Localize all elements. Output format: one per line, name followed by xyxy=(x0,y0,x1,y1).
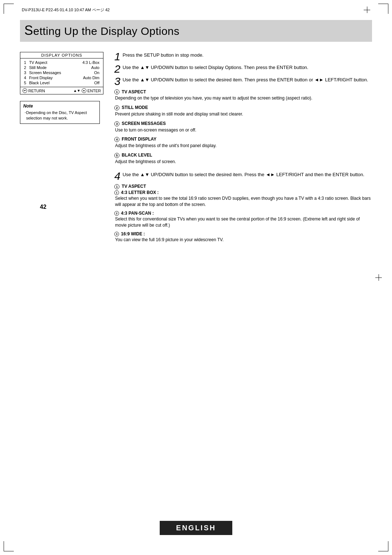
step4-tv-aspect-num-icon: 1 xyxy=(114,184,119,189)
section-num-icon: 4 xyxy=(114,137,119,142)
step-2-text: Use the ▲▼ UP/DOWN button to select Disp… xyxy=(123,64,372,71)
display-options-row: 1 TV Aspect 4:3 L-Box xyxy=(23,60,101,65)
step3-section-item: 5 BLACK LEVEL Adjust the brightness of s… xyxy=(114,153,372,165)
section-title-text: SCREEN MESSAGES xyxy=(122,121,166,126)
section-body-5: Adjust the brightness of screen. xyxy=(114,159,372,165)
sub-item-body-2: Select this for conventional size TVs wh… xyxy=(114,216,372,228)
option-value: On xyxy=(74,70,101,75)
sub-item-title-3: 3 16:9 WIDE : xyxy=(114,231,372,236)
step-1-paragraph: Press the SETUP button in stop mode. xyxy=(123,52,372,58)
step4-tv-aspect-label: TV ASPECT xyxy=(122,184,146,189)
enter-circle-icon: ● xyxy=(82,88,86,93)
return-circle-icon: ↩ xyxy=(23,88,27,93)
sub-item: 3 16:9 WIDE : You can view the full 16:9… xyxy=(114,231,372,243)
step-4: 4 Use the ▲▼ UP/DOWN button to select th… xyxy=(114,171,372,178)
option-value: 4:3 L-Box xyxy=(74,60,101,65)
option-label: Front Display xyxy=(28,75,74,80)
option-num: 2 xyxy=(23,65,28,70)
display-options-row: 2 Still Mode Auto xyxy=(23,65,101,70)
content-columns: DISPLAY OPTIONS 1 TV Aspect 4:3 L-Box2 S… xyxy=(20,52,372,247)
display-options-row: 4 Front Display Auto Dim xyxy=(23,75,101,80)
note-title: Note xyxy=(23,104,97,109)
section-body-4: Adjust the brightness of the unit's fron… xyxy=(114,143,372,149)
section-num-icon: 1 xyxy=(114,89,119,94)
section-title-5: 5 BLACK LEVEL xyxy=(114,153,372,158)
step-2-paragraph: Use the ▲▼ UP/DOWN button to select Disp… xyxy=(123,64,372,71)
page-header: DV-P313U-E P22-45 01.4.10 10:47 AM ページ 4… xyxy=(22,7,370,13)
section-title-4: 4 FRONT DISPLAY xyxy=(114,137,372,142)
option-value: Auto Dim xyxy=(74,75,101,80)
step4-tv-aspect-title: 1 TV ASPECT xyxy=(114,184,372,189)
footer-enter-label: ENTER xyxy=(87,89,101,93)
right-column: 1 Press the SETUP button in stop mode. 2… xyxy=(114,52,372,247)
corner-bracket-bl xyxy=(4,541,14,551)
step-3-text: Use the ▲▼ UP/DOWN button to select the … xyxy=(123,77,372,83)
section-title-text: STILL MODE xyxy=(122,105,148,110)
display-options-title: DISPLAY OPTIONS xyxy=(20,52,103,58)
sub-item-title-text: 16:9 WIDE : xyxy=(121,231,145,236)
updown-icon: ▲▼ xyxy=(73,89,81,93)
sub-item-num-icon: 1 xyxy=(114,190,119,195)
step3-section-item: 1 TV ASPECT Depending on the type of tel… xyxy=(114,89,372,102)
section-body-3: Use to turn on-screen messages on or off… xyxy=(114,127,372,133)
corner-bracket-br xyxy=(378,541,388,551)
option-num: 5 xyxy=(23,80,28,85)
option-label: Black Level xyxy=(28,80,74,85)
option-num: 1 xyxy=(23,60,28,65)
sub-item-body-3: You can view the full 16:9 picture in yo… xyxy=(114,237,372,243)
note-body: Depending on the Disc, TV Aspect selecti… xyxy=(23,110,97,121)
header-crosshair-icon xyxy=(364,7,370,13)
section-title-3: 3 SCREEN MESSAGES xyxy=(114,121,372,126)
footer-enter: ▲▼ ● ENTER xyxy=(73,88,101,93)
step-4-paragraph: Use the ▲▼ UP/DOWN button to select the … xyxy=(123,171,372,178)
sub-item: 2 4:3 PAN-SCAN : Select this for convent… xyxy=(114,211,372,228)
sub-item-body-1: Select when you want to see the total 16… xyxy=(114,195,372,208)
step-3-num: 3 xyxy=(114,76,121,87)
sub-item-title-text: 4:3 LETTER BOX : xyxy=(121,190,159,195)
left-column: DISPLAY OPTIONS 1 TV Aspect 4:3 L-Box2 S… xyxy=(20,52,103,124)
page-number: 42 xyxy=(40,204,46,210)
step-2: 2 Use the ▲▼ UP/DOWN button to select Di… xyxy=(114,64,372,71)
step4-tv-aspect: 1 TV ASPECT 1 4:3 LETTER BOX : Select wh… xyxy=(114,184,372,243)
step3-section-item: 4 FRONT DISPLAY Adjust the brightness of… xyxy=(114,137,372,149)
title-capital-s: S xyxy=(24,23,33,38)
right-crosshair-icon xyxy=(375,274,382,281)
header-text: DV-P313U-E P22-45 01.4.10 10:47 AM ページ 4… xyxy=(22,7,110,13)
step-2-num: 2 xyxy=(114,64,121,74)
sub-item-title-2: 2 4:3 PAN-SCAN : xyxy=(114,211,372,216)
main-content: Setting Up the Display Options DISPLAY O… xyxy=(20,20,372,247)
section-num-icon: 3 xyxy=(114,121,119,126)
section-body-1: Depending on the type of television you … xyxy=(114,95,372,101)
section-num-icon: 2 xyxy=(114,105,119,110)
section-body-2: Prevent picture shaking in still mode an… xyxy=(114,111,372,117)
display-options-box: DISPLAY OPTIONS 1 TV Aspect 4:3 L-Box2 S… xyxy=(20,52,103,94)
step-1-text: Press the SETUP button in stop mode. xyxy=(123,52,372,58)
step4-sub-items: 1 4:3 LETTER BOX : Select when you want … xyxy=(114,190,372,243)
option-label: TV Aspect xyxy=(28,60,74,65)
step3-section-item: 3 SCREEN MESSAGES Use to turn on-screen … xyxy=(114,121,372,133)
step3-sections: 1 TV ASPECT Depending on the type of tel… xyxy=(114,89,372,165)
english-badge: ENGLISH xyxy=(160,521,232,535)
section-title-2: 2 STILL MODE xyxy=(114,105,372,110)
step-4-num: 4 xyxy=(114,171,121,182)
sub-item-title-1: 1 4:3 LETTER BOX : xyxy=(114,190,372,195)
footer-return: ↩ RETURN xyxy=(23,88,45,93)
corner-bracket-tr xyxy=(378,4,388,14)
section-title-text: TV ASPECT xyxy=(122,89,146,94)
step-1-num: 1 xyxy=(114,51,121,62)
footer-return-label: RETURN xyxy=(28,89,45,93)
section-title-text: FRONT DISPLAY xyxy=(122,137,156,142)
sub-item-num-icon: 3 xyxy=(114,232,119,236)
option-label: Still Mode xyxy=(28,65,74,70)
step-4-text: Use the ▲▼ UP/DOWN button to select the … xyxy=(123,171,372,178)
title-rest: etting Up the Display Options xyxy=(33,25,180,37)
note-item: Depending on the Disc, TV Aspect selecti… xyxy=(23,110,97,121)
step3-section-item: 2 STILL MODE Prevent picture shaking in … xyxy=(114,105,372,117)
step-3-paragraph: Use the ▲▼ UP/DOWN button to select the … xyxy=(123,77,372,83)
corner-bracket-tl xyxy=(4,4,14,14)
sub-item: 1 4:3 LETTER BOX : Select when you want … xyxy=(114,190,372,208)
display-options-row: 3 Screen Messages On xyxy=(23,70,101,75)
page-title-container: Setting Up the Display Options xyxy=(20,20,372,42)
section-title-1: 1 TV ASPECT xyxy=(114,89,372,95)
section-num-icon: 5 xyxy=(114,153,119,158)
